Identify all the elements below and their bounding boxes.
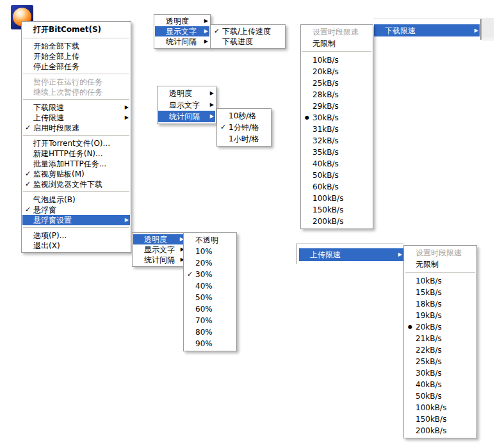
menu-item-options[interactable]: 选项(P)... bbox=[22, 230, 130, 241]
menu-item-batch-add-http-tasks[interactable]: 批量添加HTTP任务... bbox=[22, 159, 130, 169]
menu-item-ul-100kbs[interactable]: 100kB/s bbox=[405, 402, 476, 413]
menu-item-dl-32kbs[interactable]: 32kB/s bbox=[302, 135, 372, 147]
menu-item-transparency[interactable]: 透明度 ▶ bbox=[158, 88, 215, 99]
menu-item-stop-all-tasks[interactable]: 停止全部任务 bbox=[22, 61, 130, 72]
menu-item-dl-150kbs[interactable]: 150kB/s bbox=[302, 204, 372, 216]
menu-item-90-percent[interactable]: 90% bbox=[184, 338, 236, 349]
menu-item-show-text[interactable]: 显示文字 ▶ bbox=[133, 244, 185, 255]
menu-item-20-percent[interactable]: 20% bbox=[184, 257, 236, 269]
menu-item-start-all-downloads[interactable]: 开始全部下载 bbox=[22, 41, 130, 51]
menu-item-stat-interval[interactable]: 统计间隔 ▶ bbox=[158, 111, 215, 122]
menu-item-ul-21kbs[interactable]: 21kB/s bbox=[405, 333, 476, 344]
menu-item-1min-per-cell[interactable]: ✓ 1分钟/格 bbox=[218, 122, 270, 133]
menu-item-10-percent[interactable]: 10% bbox=[184, 246, 236, 257]
menu-item-10s-per-cell[interactable]: 10秒/格 bbox=[218, 110, 270, 122]
menu-item-dl-set-scheduled-limit[interactable]: 设置时段限速 bbox=[302, 26, 372, 38]
menu-item-label: 90% bbox=[195, 338, 227, 349]
menu-item-label: 22kB/s bbox=[416, 344, 467, 356]
menu-item-pause-running-tasks[interactable]: 暂停正在运行的任务 bbox=[22, 77, 130, 87]
menu-item-floating-window[interactable]: ✓ 悬浮窗 bbox=[22, 205, 130, 215]
menu-gutter: ✓ bbox=[22, 205, 33, 215]
menu-item-label: 80% bbox=[195, 326, 227, 338]
menu-item-stat-interval[interactable]: 统计间隔 ▶ bbox=[155, 36, 209, 47]
menu-item-transparency[interactable]: 透明度 ▶ bbox=[133, 234, 185, 244]
menu-item-dl-29kbs[interactable]: 29kB/s bbox=[302, 100, 372, 112]
menu-item-show-text[interactable]: 显示文字 ▶ bbox=[155, 26, 209, 36]
menu-separator bbox=[405, 270, 476, 275]
menu-item-dl-20kbs[interactable]: 20kB/s bbox=[302, 66, 372, 77]
upload-limit-parent-menu-fragment: 上传限速 ▶ bbox=[296, 243, 403, 264]
menu-item-exit[interactable]: 退出(X) bbox=[22, 241, 130, 251]
menu-item-ul-200kbs[interactable]: 200kB/s bbox=[405, 425, 476, 436]
menu-item-80-percent[interactable]: 80% bbox=[184, 326, 236, 338]
menu-item-monitor-clipboard[interactable]: ✓ 监视剪贴板(M) bbox=[22, 169, 130, 179]
menu-item-open-torrent-file[interactable]: 打开Torrent文件(O)... bbox=[22, 138, 130, 148]
menu-gutter: ✓ bbox=[218, 122, 229, 133]
menu-item-upload-limit-highlighted[interactable]: 上传限速 ▶ bbox=[299, 248, 403, 261]
menu-item-ul-40kbs[interactable]: 40kB/s bbox=[405, 379, 476, 390]
menu-item-download-progress[interactable]: 下载进度 bbox=[211, 36, 284, 47]
menu-item-ul-20kbs[interactable]: ● 20kB/s bbox=[405, 321, 476, 333]
menu-item-dl-30kbs[interactable]: ● 30kB/s bbox=[302, 112, 372, 124]
menu-item-label: 统计间隔 bbox=[166, 36, 201, 47]
menu-item-dl-25kbs[interactable]: 25kB/s bbox=[302, 77, 372, 89]
menu-item-ul-18kbs[interactable]: 18kB/s bbox=[405, 298, 476, 310]
submenu-arrow-icon: ▶ bbox=[122, 113, 130, 123]
menu-item-dl-60kbs[interactable]: 60kB/s bbox=[302, 181, 372, 193]
menu-item-dl-ul-speed[interactable]: ✓ 下载/上传速度 bbox=[211, 26, 284, 36]
menu-item-ul-22kbs[interactable]: 22kB/s bbox=[405, 344, 476, 356]
menu-item-70-percent[interactable]: 70% bbox=[184, 315, 236, 326]
menu-item-dl-35kbs[interactable]: 35kB/s bbox=[302, 147, 372, 158]
menu-item-ul-30kbs[interactable]: 30kB/s bbox=[405, 367, 476, 379]
menu-item-label: 显示文字 bbox=[166, 26, 201, 36]
menu-item-opaque[interactable]: 不透明 bbox=[184, 234, 236, 246]
menu-item-50-percent[interactable]: 50% bbox=[184, 292, 236, 303]
menu-item-ul-25kbs[interactable]: 25kB/s bbox=[405, 356, 476, 367]
menu-item-transparency[interactable]: 透明度 ▶ bbox=[155, 16, 209, 26]
menu-item-ul-50kbs[interactable]: 50kB/s bbox=[405, 390, 476, 402]
menu-item-resume-paused-tasks[interactable]: 继续上次暂停的任务 bbox=[22, 87, 130, 97]
menu-item-open-bitcomet[interactable]: 打开BitComet(S) bbox=[22, 23, 130, 36]
menu-item-dl-28kbs[interactable]: 28kB/s bbox=[302, 89, 372, 100]
menu-item-new-http-task[interactable]: 新建HTTP任务(N)... bbox=[22, 148, 130, 159]
menu-item-dl-31kbs[interactable]: 31kB/s bbox=[302, 124, 372, 135]
menu-item-label: 透明度 bbox=[166, 16, 201, 26]
menu-item-60-percent[interactable]: 60% bbox=[184, 303, 236, 315]
submenu-arrow-icon: ▶ bbox=[471, 26, 480, 36]
menu-item-ul-10kbs[interactable]: 10kB/s bbox=[405, 275, 476, 287]
menu-item-ul-no-limit[interactable]: 无限制 bbox=[405, 259, 476, 270]
floatwin-settings-submenu: 透明度 ▶ 显示文字 ▶ 统计间隔 ▶ bbox=[132, 232, 186, 267]
menu-item-dl-no-limit[interactable]: 无限制 bbox=[302, 38, 372, 49]
menu-item-download-limit[interactable]: 下载限速 ▶ bbox=[22, 102, 130, 113]
menu-item-ul-15kbs[interactable]: 15kB/s bbox=[405, 287, 476, 298]
menu-item-download-limit-highlighted[interactable]: 下载限速 ▶ bbox=[374, 24, 480, 36]
menu-item-label: 退出(X) bbox=[33, 241, 122, 251]
menu-item-floating-window-settings[interactable]: 悬浮窗设置 ▶ bbox=[22, 215, 130, 225]
menu-item-balloon-tips[interactable]: 气泡提示(B) bbox=[22, 195, 130, 205]
menu-item-upload-limit[interactable]: 上传限速 ▶ bbox=[22, 113, 130, 123]
menu-item-monitor-browser-downloads[interactable]: ✓ 监视浏览器文件下载 bbox=[22, 179, 130, 189]
menu-item-40-percent[interactable]: 40% bbox=[184, 280, 236, 292]
menu-item-30-percent[interactable]: ✓ 30% bbox=[184, 269, 236, 280]
menu-item-dl-50kbs[interactable]: 50kB/s bbox=[302, 170, 372, 181]
menu-item-dl-200kbs[interactable]: 200kB/s bbox=[302, 216, 372, 227]
menu-item-label: 透明度 bbox=[144, 234, 177, 244]
menu-item-dl-100kbs[interactable]: 100kB/s bbox=[302, 193, 372, 204]
menu-item-enable-scheduled-limit[interactable]: ✓ 启用时段限速 bbox=[22, 123, 130, 133]
menu-item-ul-set-scheduled-limit[interactable]: 设置时段限速 bbox=[405, 247, 476, 259]
menu-item-show-text[interactable]: 显示文字 ▶ bbox=[158, 99, 215, 111]
menu-item-label: 新建HTTP任务(N)... bbox=[33, 148, 122, 159]
menu-item-1hour-per-cell[interactable]: 1小时/格 bbox=[218, 133, 270, 145]
menu-item-dl-10kbs[interactable]: 10kB/s bbox=[302, 54, 372, 66]
menu-item-label: 60% bbox=[195, 303, 227, 315]
menu-gutter: ● bbox=[302, 112, 312, 124]
menu-item-dl-40kbs[interactable]: 40kB/s bbox=[302, 158, 372, 170]
menu-item-label: 统计间隔 bbox=[169, 111, 207, 122]
menu-item-ul-19kbs[interactable]: 19kB/s bbox=[405, 310, 476, 321]
menu-item-label: 60kB/s bbox=[312, 181, 364, 193]
menu-item-stat-interval[interactable]: 统计间隔 ▶ bbox=[133, 255, 185, 265]
menu-item-ul-150kbs[interactable]: 150kB/s bbox=[405, 413, 476, 425]
menu-item-label: 下载进度 bbox=[222, 36, 276, 47]
menu-item-start-all-uploads[interactable]: 开始全部上传 bbox=[22, 51, 130, 61]
menu-item-label: 悬浮窗 bbox=[33, 205, 122, 215]
